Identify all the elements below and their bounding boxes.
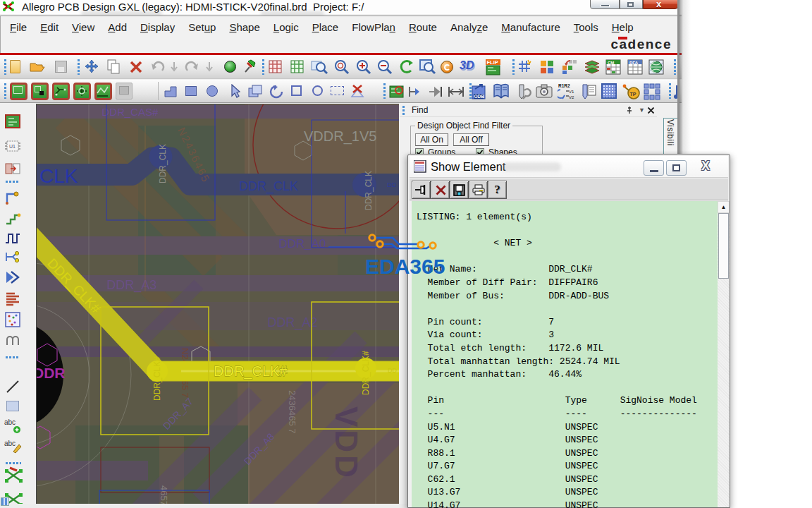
svg-text:abc: abc — [4, 418, 16, 426]
svg-text:abc: abc — [4, 440, 16, 447]
svg-text:CM: CM — [608, 61, 614, 65]
svg-text:FLIP: FLIP — [487, 59, 498, 66]
svg-text:DD: DD — [387, 181, 396, 188]
svg-text:DFA: DFA — [629, 61, 639, 65]
svg-text:VDDR_1V5: VDDR_1V5 — [304, 128, 376, 145]
svg-text:DDR_CLK: DDR_CLK — [239, 179, 298, 194]
svg-text:4657: 4657 — [159, 485, 169, 504]
svg-text:V2: V2 — [569, 95, 574, 99]
svg-text:DDR_CAS#: DDR_CAS# — [102, 106, 159, 118]
svg-text:2436465 7: 2436465 7 — [287, 390, 297, 433]
svg-text:V1: V1 — [569, 90, 574, 94]
svg-text:VDD: VDD — [329, 406, 364, 480]
svg-text:DDR_A0: DDR_A0 — [278, 237, 326, 250]
svg-text:DDR_CLK#: DDR_CLK# — [361, 351, 371, 395]
svg-text:DD: DD — [388, 367, 397, 374]
svg-text:DDR_CLK: DDR_CLK — [364, 171, 374, 210]
svg-text:ODB: ODB — [474, 94, 485, 99]
svg-text:DDR_CLK#: DDR_CLK# — [152, 356, 162, 401]
svg-text:U1: U1 — [9, 144, 16, 149]
svg-text:R1R2: R1R2 — [558, 83, 570, 88]
svg-text:DDR_A3: DDR_A3 — [106, 278, 156, 293]
svg-text:DDR_CLK: DDR_CLK — [158, 144, 168, 183]
svg-text:TP: TP — [630, 92, 636, 97]
svg-text:CLK: CLK — [39, 165, 78, 187]
svg-text:DDR_CLK#: DDR_CLK# — [214, 363, 288, 380]
svg-text:DDR_A2: DDR_A2 — [267, 315, 317, 330]
svg-text:DDR: DDR — [37, 365, 66, 381]
